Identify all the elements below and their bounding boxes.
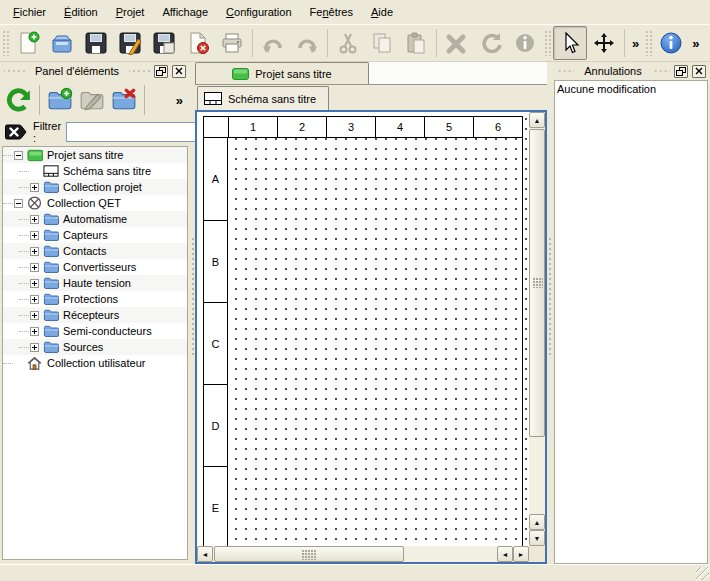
expand-icon[interactable] [30, 183, 39, 192]
scroll-left-button-2[interactable]: ◄ [497, 546, 513, 562]
tree-item-label[interactable]: Collection utilisateur [47, 357, 149, 369]
titlebar-grip[interactable] [652, 67, 670, 75]
tree-item-label[interactable]: Collection projet [63, 181, 146, 193]
tree-item-label[interactable]: Schéma sans titre [63, 165, 155, 177]
expand-icon[interactable] [30, 279, 39, 288]
tree-item-haute-tension[interactable]: Haute tension [3, 275, 187, 291]
expand-icon[interactable] [30, 343, 39, 352]
tree-item-collection-qet[interactable]: Collection QET [3, 195, 187, 211]
menu-item-configuration[interactable]: Configuration [217, 0, 300, 24]
menu-item-dition[interactable]: Édition [55, 0, 107, 24]
close-file-button[interactable] [181, 26, 215, 60]
tree-item-label[interactable]: Projet sans titre [47, 149, 127, 161]
expand-icon[interactable] [30, 263, 39, 272]
vertical-scrollbar[interactable]: ▲ ▲ ▼ [529, 112, 545, 546]
tree-item-label[interactable]: Convertisseurs [63, 261, 140, 273]
paste-button[interactable] [399, 26, 433, 60]
tree-item-collection-projet[interactable]: Collection projet [3, 179, 187, 195]
save-all-button[interactable] [147, 26, 181, 60]
tree-item-label[interactable]: Semi-conducteurs [63, 325, 156, 337]
pan-mode-button[interactable] [587, 26, 621, 60]
panel-toolbar-overflow-button[interactable]: » [172, 93, 187, 108]
about-button[interactable] [654, 26, 688, 60]
tab-schema[interactable]: Schéma sans titre [197, 86, 329, 110]
selection-mode-button[interactable] [553, 26, 587, 60]
schema-canvas[interactable]: 123456 ABCDE [197, 112, 529, 546]
mode-toolbar-overflow-button[interactable]: » [628, 36, 643, 51]
float-panel-button[interactable] [674, 65, 688, 78]
new-category-button[interactable] [44, 84, 76, 116]
tab-project[interactable]: Projet sans titre [195, 62, 369, 84]
resize-grip[interactable] [696, 567, 709, 580]
tree-item-convertisseurs[interactable]: Convertisseurs [3, 259, 187, 275]
tree-item-sch-ma-sans-titre[interactable]: Schéma sans titre [3, 163, 187, 179]
rotate-button[interactable] [474, 26, 508, 60]
menu-item-fentres[interactable]: Fenêtres [301, 0, 362, 24]
toolbar-grip[interactable] [544, 30, 551, 56]
titlebar-grip[interactable] [129, 67, 150, 75]
scrollbar-track[interactable] [404, 546, 497, 562]
tree-item-label[interactable]: Sources [63, 341, 107, 353]
scroll-up-button[interactable]: ▲ [529, 112, 545, 128]
vertical-scrollbar-thumb[interactable] [529, 129, 545, 437]
toolbar-grip[interactable] [2, 30, 9, 56]
tree-item-sources[interactable]: Sources [3, 339, 187, 355]
edit-category-button[interactable] [76, 84, 108, 116]
menu-item-fichier[interactable]: Fichier [4, 0, 55, 24]
element-info-button[interactable] [508, 26, 542, 60]
tree-item-protections[interactable]: Protections [3, 291, 187, 307]
new-button[interactable] [11, 26, 45, 60]
expand-icon[interactable] [30, 311, 39, 320]
tree-item-label[interactable]: Protections [63, 293, 122, 305]
open-button[interactable] [45, 26, 79, 60]
scroll-left-button[interactable]: ◄ [197, 546, 213, 562]
tree-item-semi-conducteurs[interactable]: Semi-conducteurs [3, 323, 187, 339]
undo-button[interactable] [256, 26, 290, 60]
expand-icon[interactable] [30, 231, 39, 240]
tree-item-label[interactable]: Collection QET [47, 197, 125, 209]
menu-item-affichage[interactable]: Affichage [153, 0, 217, 24]
collapse-icon[interactable] [14, 151, 23, 160]
float-panel-button[interactable] [154, 65, 168, 78]
close-panel-button[interactable] [692, 65, 706, 78]
redo-button[interactable] [290, 26, 324, 60]
expand-icon[interactable] [30, 215, 39, 224]
scroll-up-button-2[interactable]: ▲ [529, 514, 545, 530]
expand-icon[interactable] [30, 295, 39, 304]
tree-item-contacts[interactable]: Contacts [3, 243, 187, 259]
right-splitter[interactable] [547, 62, 552, 564]
tree-item-r-cepteurs[interactable]: Récepteurs [3, 307, 187, 323]
undo-list-item[interactable]: Aucune modification [557, 82, 705, 97]
tree-item-label[interactable]: Capteurs [63, 229, 112, 241]
reload-collections-button[interactable] [3, 84, 35, 116]
info-toolbar-overflow-button[interactable]: » [688, 36, 703, 51]
elements-tree[interactable]: Projet sans titreSchéma sans titreCollec… [2, 146, 188, 560]
horizontal-scrollbar[interactable]: ◄ ◄ ► [197, 546, 529, 562]
toolbar-grip[interactable] [645, 30, 652, 56]
scroll-down-button[interactable]: ▼ [529, 530, 545, 546]
delete-button[interactable] [440, 26, 474, 60]
save-button[interactable] [79, 26, 113, 60]
tree-item-automatisme[interactable]: Automatisme [3, 211, 187, 227]
titlebar-grip[interactable] [556, 67, 574, 75]
expand-icon[interactable] [30, 247, 39, 256]
menu-item-projet[interactable]: Projet [107, 0, 154, 24]
copy-button[interactable] [365, 26, 399, 60]
tree-item-label[interactable]: Haute tension [63, 277, 135, 289]
scroll-right-button[interactable]: ► [513, 546, 529, 562]
tree-item-projet-sans-titre[interactable]: Projet sans titre [3, 147, 187, 163]
save-as-button[interactable] [113, 26, 147, 60]
tree-item-label[interactable]: Contacts [63, 245, 110, 257]
expand-icon[interactable] [30, 327, 39, 336]
horizontal-scrollbar-thumb[interactable] [214, 546, 404, 562]
tree-item-label[interactable]: Automatisme [63, 213, 131, 225]
delete-category-button[interactable] [108, 84, 140, 116]
clear-filter-button[interactable] [4, 122, 28, 142]
collapse-icon[interactable] [14, 199, 23, 208]
menu-item-aide[interactable]: Aide [362, 0, 402, 24]
cut-button[interactable] [331, 26, 365, 60]
titlebar-grip[interactable] [4, 67, 25, 75]
print-button[interactable] [215, 26, 249, 60]
undo-history-list[interactable]: Aucune modification [554, 80, 708, 564]
close-panel-button[interactable] [172, 65, 186, 78]
